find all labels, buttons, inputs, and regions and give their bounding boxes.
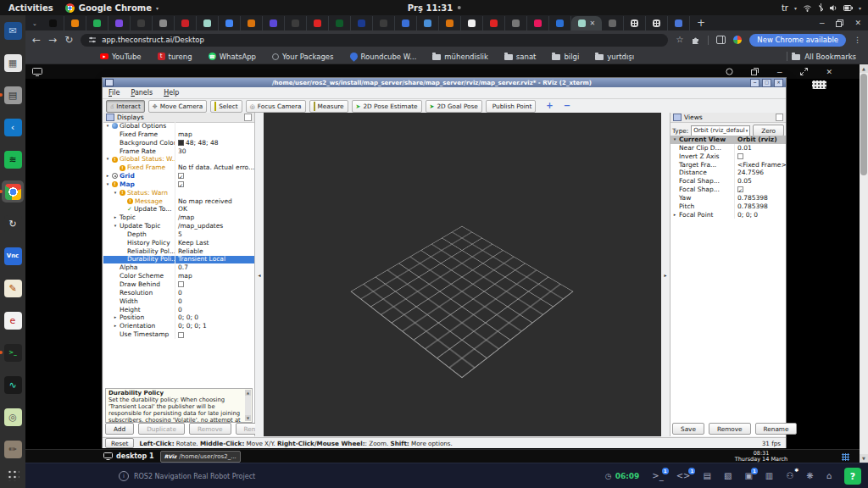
dock-item-system-monitor[interactable]: ∿ <box>2 374 24 396</box>
update-chrome-button[interactable]: New Chrome available <box>749 34 846 47</box>
property-row[interactable]: ▾Update Topic/map_updates <box>103 222 254 230</box>
property-row[interactable]: ▾!Status: Warn <box>103 189 254 197</box>
browser-tab[interactable] <box>329 16 351 30</box>
checkbox[interactable] <box>178 281 184 287</box>
rviz-close-button[interactable]: ✕ <box>774 79 783 87</box>
browser-tab[interactable] <box>461 16 483 30</box>
property-row[interactable]: !Fixed FrameNo tf data. Actual erro... <box>103 164 254 172</box>
property-row[interactable]: Fixed Framemap <box>103 130 254 139</box>
property-row[interactable]: Frame Rate30 <box>103 147 254 156</box>
tab-search-icon[interactable]: ⌄ <box>32 20 37 27</box>
dock-item-screenshot-tool[interactable]: ◎ <box>2 406 24 428</box>
property-row[interactable]: Focal Shap...0.05 <box>670 177 786 186</box>
terminal-icon[interactable]: >_1 <box>652 472 663 480</box>
property-row[interactable]: Invert Z Axis <box>670 152 786 161</box>
zero-button[interactable]: Zero <box>753 125 784 136</box>
rviz-minimize-button[interactable]: − <box>750 79 760 87</box>
browser-tab[interactable] <box>527 16 549 30</box>
bookmark-item[interactable]: yurtdışı <box>595 53 634 61</box>
browser-tab[interactable] <box>483 16 505 30</box>
tree-expand-icon[interactable]: ▾ <box>105 155 110 164</box>
forward-button[interactable]: → <box>48 35 57 45</box>
tree-expand-icon[interactable]: ▸ <box>113 313 118 322</box>
bookmark-item[interactable]: ▶YouTube <box>100 53 142 61</box>
tool-measure[interactable]: Measure <box>309 100 348 113</box>
dock-item-file-archiver[interactable]: ▤ <box>2 84 24 106</box>
dock-item-text-editor[interactable]: ✎ <box>2 277 24 299</box>
property-row[interactable]: ▾!Global Status: W... <box>103 155 254 164</box>
address-bar[interactable]: app.theconstruct.ai/Desktop <box>81 34 668 47</box>
dock-item-sync-app[interactable]: ↻ <box>2 213 24 235</box>
checkbox[interactable] <box>737 186 743 192</box>
description-scrollbar[interactable]: ▲ ▼ <box>245 390 251 421</box>
minimize-strip-icon[interactable]: − <box>776 68 783 76</box>
dock-item-thunderbird[interactable]: ✉ <box>2 19 24 42</box>
fullscreen-icon[interactable] <box>800 68 808 75</box>
menu-help[interactable]: Help <box>164 89 179 97</box>
panel-float-button[interactable] <box>244 114 252 121</box>
zoom-in-button[interactable]: + <box>546 102 553 110</box>
views-panel-header[interactable]: Views <box>670 113 786 123</box>
tree-expand-icon[interactable]: ▾ <box>672 136 677 144</box>
browser-tab[interactable] <box>505 16 527 30</box>
property-row[interactable]: Color Schememap <box>103 272 254 280</box>
tree-expand-icon[interactable]: ▾ <box>113 189 118 197</box>
browser-tab[interactable] <box>131 16 153 30</box>
bookmark-item[interactable]: sanat <box>504 53 537 61</box>
reset-button[interactable]: Reset <box>105 438 134 448</box>
package-icon[interactable]: ▧ <box>724 472 732 480</box>
left-splitter[interactable]: ◂ <box>255 113 264 436</box>
project-info[interactable]: i ROS2 Navigation Real Robot Project <box>119 463 255 488</box>
checkbox[interactable] <box>178 332 184 338</box>
remote-viewer-options-button[interactable] <box>812 80 826 89</box>
browser-tab[interactable] <box>175 16 197 30</box>
property-row[interactable]: ▸Orientation0; 0; 0; 1 <box>103 322 254 330</box>
side-panel-icon[interactable] <box>716 36 726 44</box>
property-row[interactable]: Pitch0.785398 <box>670 202 786 211</box>
browser-tab[interactable] <box>417 16 439 30</box>
close-tab-icon[interactable]: ✕ <box>590 20 596 27</box>
property-row[interactable]: ▾!Map <box>103 180 254 189</box>
bookmark-item[interactable]: ttureng <box>158 53 192 61</box>
tool-2d-pose-estimate[interactable]: ➤2D Pose Estimate <box>352 100 422 113</box>
property-row[interactable]: Target Fra...<Fixed Frame> <box>670 161 786 169</box>
show-applications-button[interactable] <box>7 469 19 481</box>
tree-expand-icon[interactable]: ▸ <box>672 211 677 219</box>
render-view[interactable] <box>264 113 661 436</box>
restore-button[interactable] <box>836 19 843 27</box>
taskbar-window-button[interactable]: RViz /home/user/ros2_... <box>160 451 241 463</box>
rviz-maximize-button[interactable]: □ <box>762 79 771 87</box>
scroll-thumb[interactable] <box>860 74 867 175</box>
close-strip-icon[interactable]: ✕ <box>826 68 832 76</box>
browser-tab[interactable] <box>549 16 571 30</box>
dock-item-vnc-viewer[interactable]: Vnc <box>2 245 24 267</box>
remove-button[interactable]: Remove <box>709 423 751 435</box>
zoom-out-button[interactable]: − <box>564 102 570 110</box>
open-in-window-icon[interactable] <box>751 68 759 75</box>
session-timer[interactable]: ◷ 06:09 <box>605 472 640 480</box>
clock[interactable]: Prş 11:31 <box>408 3 461 13</box>
bookmark-item[interactable]: mühendislik <box>432 53 488 61</box>
record-icon[interactable] <box>726 68 733 75</box>
remote-clock[interactable]: 08:31 Thursday 14 March <box>727 451 795 463</box>
system-tray[interactable]: tr ▾ ▾ <box>782 3 868 13</box>
scroll-up-icon[interactable]: ▲ <box>245 390 251 396</box>
property-row[interactable]: !MessageNo map received <box>103 197 254 206</box>
scroll-down-icon[interactable]: ▼ <box>860 454 868 463</box>
checkbox[interactable] <box>737 153 743 159</box>
app-menu[interactable]: Google Chrome ▾ <box>65 3 159 13</box>
dock-item-spotify[interactable]: ≋ <box>2 148 24 170</box>
home-icon[interactable]: ⌂ <box>826 472 832 480</box>
tree-expand-icon[interactable]: ▾ <box>105 180 110 189</box>
browser-tab[interactable] <box>439 16 461 30</box>
tree-expand-icon[interactable]: ▸ <box>113 214 118 222</box>
bookmark-item[interactable]: Roundcube W... <box>350 53 417 61</box>
menu-file[interactable]: File <box>108 89 120 97</box>
property-row[interactable]: Use Timestamp <box>103 330 254 339</box>
dock-item-chrome[interactable] <box>2 180 24 202</box>
docs-icon[interactable]: ▥ <box>765 472 773 480</box>
all-bookmarks-button[interactable]: All Bookmarks <box>787 52 868 61</box>
activities-button[interactable]: Activities <box>8 3 53 13</box>
site-info-icon[interactable] <box>88 36 97 44</box>
bookmark-star-icon[interactable]: ☆ <box>676 36 683 44</box>
